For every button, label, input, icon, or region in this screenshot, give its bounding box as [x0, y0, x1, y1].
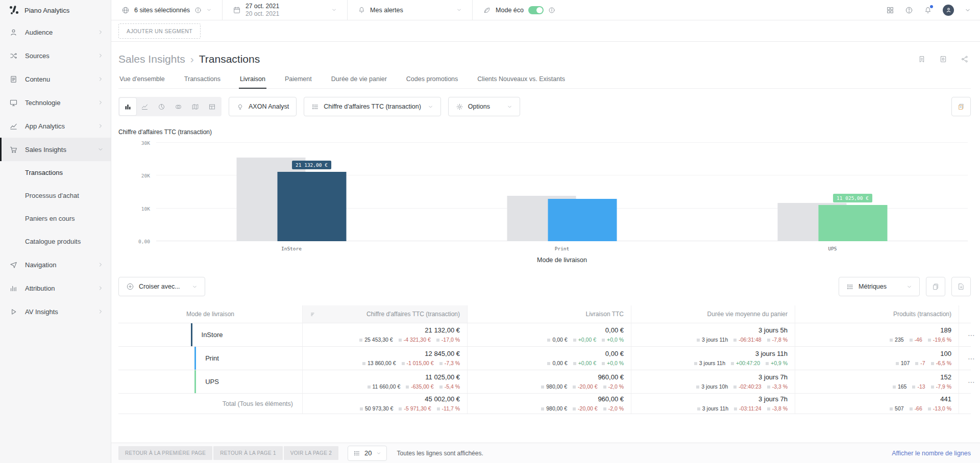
- info-icon[interactable]: [194, 7, 202, 14]
- chart-toolbar: AXON Analyst Chiffre d'affaires TTC (tra…: [118, 97, 971, 116]
- globe-icon: [121, 6, 130, 14]
- page-title: Transactions: [199, 53, 260, 65]
- column-header-chiffre-affaires[interactable]: Chiffre d'affaires TTC (transaction): [302, 305, 467, 323]
- sidebar-item-audience[interactable]: Audience: [0, 20, 111, 44]
- bar-group-ups: 11 025,00 €UPS: [778, 143, 888, 241]
- sidebar-subitem-processus-achat[interactable]: Processus d'achat: [0, 184, 111, 207]
- first-page-button[interactable]: RETOUR À LA PREMIÈRE PAGE: [118, 446, 212, 460]
- chevron-right-icon: [97, 99, 104, 106]
- sidebar-item-attribution[interactable]: Attribution: [0, 276, 111, 300]
- chevron-down-icon[interactable]: [965, 7, 971, 13]
- tab-paiement[interactable]: Paiement: [284, 71, 313, 88]
- axon-analyst-button[interactable]: AXON Analyst: [229, 97, 297, 116]
- list-icon: [311, 103, 319, 111]
- row-actions-menu[interactable]: ⋯: [959, 370, 980, 393]
- export-table-button[interactable]: [951, 277, 971, 296]
- share-icon[interactable]: [961, 55, 969, 63]
- copy-table-button[interactable]: [926, 277, 945, 296]
- next-page-button[interactable]: VOIR LA PAGE 2: [284, 446, 338, 460]
- table-row-ups[interactable]: UPS 11 025,00 € 11 660,00 €-635,00 €-5,4…: [118, 370, 971, 393]
- chart-xaxis-title: Mode de livraison: [156, 256, 968, 264]
- sort-desc-icon[interactable]: [310, 311, 316, 318]
- table-view-button[interactable]: [204, 98, 220, 115]
- previous-page-button[interactable]: RETOUR À LA PAGE 1: [213, 446, 283, 460]
- info-icon[interactable]: [548, 7, 555, 14]
- table-row-print[interactable]: Print 12 845,00 € 13 860,00 €-1 015,00 €…: [118, 346, 971, 370]
- table-row-instore[interactable]: InStore 21 132,00 € 25 453,30 €-4 321,30…: [118, 323, 971, 346]
- cross-with-button[interactable]: Croiser avec...: [118, 277, 205, 296]
- sidebar-subitem-paniers-en-cours[interactable]: Paniers en cours: [0, 207, 111, 230]
- sidebar-item-technologie[interactable]: Technologie: [0, 91, 111, 114]
- site-selector[interactable]: 6 sites sélectionnés: [111, 0, 223, 20]
- bar-current-period[interactable]: [819, 205, 888, 241]
- column-header-duree-panier[interactable]: Durée vie moyenne du panier: [631, 305, 795, 323]
- pie-chart-view-button[interactable]: [153, 98, 170, 115]
- sidebar-item-av-insights[interactable]: AV Insights: [0, 300, 111, 323]
- options-dropdown[interactable]: Options: [448, 97, 520, 116]
- top-bar: 6 sites sélectionnés 27 oct. 2021 20 oct…: [111, 0, 980, 20]
- metric-main-value: 21 132,00 €: [425, 327, 460, 334]
- chart-type-switcher: [118, 97, 222, 116]
- bar-value-badge: 21 132,00 €: [292, 161, 331, 169]
- sidebar-item-label: Navigation: [25, 261, 90, 269]
- tab-vue-densemble[interactable]: Vue d'ensemble: [118, 71, 166, 88]
- row-actions-menu[interactable]: ⋯: [959, 347, 980, 370]
- sidebar-subitem-transactions[interactable]: Transactions: [0, 161, 111, 184]
- alerts-selector[interactable]: Mes alertes: [348, 0, 473, 20]
- chevron-right-icon: [97, 76, 104, 82]
- lightbulb-icon: [236, 103, 244, 111]
- show-row-count-link[interactable]: Afficher le nombre de lignes: [892, 450, 971, 457]
- sidebar-subitem-catalogue-produits[interactable]: Catalogue produits: [0, 230, 111, 253]
- sidebar-item-sales-insights[interactable]: Sales Insights: [0, 138, 111, 161]
- play-icon: [9, 307, 18, 316]
- sidebar-item-sources[interactable]: Sources: [0, 44, 111, 67]
- apps-grid-icon[interactable]: [886, 6, 894, 14]
- notifications-bell-icon[interactable]: [924, 6, 932, 14]
- bar-chart-view-button[interactable]: [119, 98, 136, 115]
- plus-circle-icon: [126, 282, 134, 291]
- metric-selector-dropdown[interactable]: Chiffre d'affaires TTC (transaction): [304, 97, 441, 116]
- leaf-icon: [483, 6, 491, 14]
- tab-clients-nouveaux-vs-existants[interactable]: Clients Nouveaux vs. Existants: [476, 71, 566, 88]
- help-icon[interactable]: [905, 6, 913, 14]
- user-avatar[interactable]: [943, 5, 954, 16]
- bar-current-period[interactable]: [548, 199, 617, 241]
- bookmark-icon[interactable]: [918, 55, 926, 63]
- venn-diagram-view-button[interactable]: [170, 98, 187, 115]
- date-range-selector[interactable]: 27 oct. 2021 20 oct. 2021: [223, 0, 348, 20]
- sidebar-item-label: Technologie: [25, 99, 90, 107]
- eco-mode-toggle[interactable]: [528, 6, 544, 14]
- sidebar-subitem-label: Transactions: [25, 169, 63, 176]
- tab-codes-promotions[interactable]: Codes promotions: [405, 71, 459, 88]
- tab-livraison[interactable]: Livraison: [239, 71, 266, 88]
- metric-main-value: 189: [940, 327, 951, 334]
- metric-main-value: 3 jours 5h: [758, 327, 788, 334]
- sidebar-item-navigation[interactable]: Navigation: [0, 253, 111, 276]
- chevron-down-icon: [906, 284, 912, 290]
- line-chart-view-button[interactable]: [136, 98, 153, 115]
- list-icon: [846, 283, 854, 291]
- tab-transactions[interactable]: Transactions: [183, 71, 222, 88]
- column-header-livraison-ttc[interactable]: Livraison TTC: [467, 305, 631, 323]
- map-view-button[interactable]: [187, 98, 204, 115]
- tab-duree-de-vie-panier[interactable]: Durée de vie panier: [330, 71, 388, 88]
- metric-main-value: 11 025,00 €: [425, 374, 460, 381]
- chevron-right-icon: [97, 53, 104, 59]
- row-color-bar: [191, 323, 192, 346]
- bar-current-period[interactable]: [277, 172, 346, 241]
- copy-report-button[interactable]: [951, 97, 971, 116]
- sidebar-item-contenu[interactable]: Contenu: [0, 67, 111, 91]
- column-header-mode-de-livraison[interactable]: Mode de livraison: [118, 305, 302, 323]
- chevron-down-icon: [192, 284, 198, 290]
- add-segment-button[interactable]: AJOUTER UN SEGMENT: [118, 23, 201, 39]
- row-actions-menu[interactable]: ⋯: [959, 323, 980, 346]
- app-root: Piano Analytics Audience Sources Contenu…: [0, 0, 980, 463]
- breadcrumb-parent[interactable]: Sales Insights: [118, 53, 185, 65]
- rows-per-page-dropdown[interactable]: 20: [348, 446, 386, 461]
- sidebar-subitem-label: Paniers en cours: [25, 215, 75, 222]
- save-report-icon[interactable]: [939, 55, 947, 63]
- sidebar-item-app-analytics[interactable]: App Analytics: [0, 114, 111, 138]
- audience-icon: [9, 28, 18, 37]
- column-header-produits[interactable]: Produits (transaction): [795, 305, 959, 323]
- metrics-dropdown[interactable]: Métriques: [839, 277, 920, 296]
